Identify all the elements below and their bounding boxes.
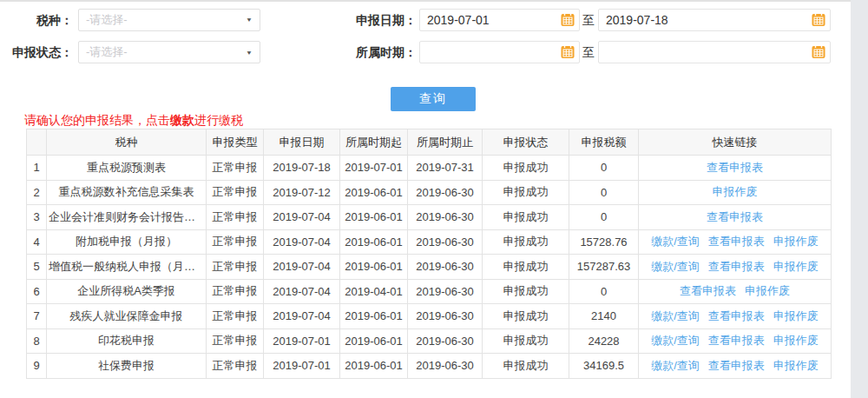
table-row: 1重点税源预测表正常申报2019-07-182019-07-012019-07-… (27, 156, 832, 181)
tax-name: 附加税申报（月报） (47, 229, 207, 255)
col-quick-links: 快速链接 (639, 129, 832, 156)
period-start: 2019-06-01 (340, 229, 408, 255)
declare-status: 申报成功 (483, 156, 569, 181)
void-return-link[interactable]: 申报作废 (773, 260, 819, 273)
table-header: 税种申报类型申报日期所属时期起所属时期止申报状态申报税额快速链接 (27, 129, 832, 156)
declare-type: 正常申报 (207, 180, 264, 205)
pay-query-link[interactable]: 缴款/查询 (651, 334, 700, 347)
col-tax-type: 税种 (47, 129, 207, 156)
calendar-icon[interactable] (561, 45, 575, 59)
void-return-link[interactable]: 申报作废 (773, 309, 819, 322)
view-return-link[interactable]: 查看申报表 (708, 359, 765, 372)
quick-links-cell: 缴款/查询查看申报表申报作废 (639, 229, 832, 255)
tax-amount: 157287.63 (569, 255, 639, 280)
calendar-icon[interactable] (812, 45, 825, 59)
period-to-input[interactable] (606, 45, 812, 59)
void-return-link[interactable]: 申报作废 (713, 185, 758, 198)
table-row: 2重点税源数补充信息采集表正常申报2019-07-122019-06-01201… (27, 180, 832, 205)
view-return-link[interactable]: 查看申报表 (680, 284, 736, 297)
declare-status-select[interactable]: -请选择- ▼ (78, 41, 260, 63)
view-return-link[interactable]: 查看申报表 (708, 260, 765, 273)
declare-date: 2019-07-12 (264, 180, 340, 205)
calendar-icon[interactable] (561, 13, 575, 27)
tax-name: 企业会计准则财务会计报告报... (47, 205, 207, 230)
warning-prefix: 请确认您的申报结果，点击 (24, 113, 170, 127)
void-return-link[interactable]: 申报作废 (745, 284, 790, 297)
view-return-link[interactable]: 查看申报表 (708, 309, 765, 322)
quick-links-cell: 缴款/查询查看申报表申报作废 (639, 255, 832, 280)
declare-type: 正常申报 (207, 328, 264, 354)
view-return-link[interactable]: 查看申报表 (708, 235, 765, 248)
tax-amount: 0 (569, 205, 639, 230)
pay-query-link[interactable]: 缴款/查询 (651, 309, 700, 322)
quick-links-cell: 缴款/查询查看申报表申报作废 (639, 304, 832, 329)
declare-date-from-input[interactable] (427, 13, 561, 27)
declare-status: 申报成功 (483, 205, 569, 230)
pay-query-link[interactable]: 缴款/查询 (651, 235, 700, 248)
view-return-link[interactable]: 查看申报表 (707, 210, 763, 223)
period-end: 2019-06-30 (408, 180, 483, 205)
pay-query-link[interactable]: 缴款/查询 (651, 359, 700, 372)
col-declare-status: 申报状态 (483, 129, 569, 156)
row-number: 2 (27, 180, 47, 205)
col-tax-amount: 申报税额 (569, 129, 639, 156)
tax-amount: 24228 (569, 328, 639, 354)
declare-date: 2019-07-01 (264, 354, 340, 379)
void-return-link[interactable]: 申报作废 (773, 334, 819, 347)
warning-suffix: 进行缴税 (194, 113, 243, 127)
period-start: 2019-06-01 (340, 328, 408, 354)
query-button[interactable]: 查询 (391, 87, 476, 111)
tax-amount: 2140 (569, 304, 639, 329)
tax-type-label: 税种： (0, 9, 73, 31)
tax-type-select[interactable]: -请选择- ▼ (78, 9, 260, 31)
tax-name: 残疾人就业保障金申报 (47, 304, 207, 329)
tax-amount: 34169.5 (569, 354, 639, 379)
tax-name: 印花税申报 (47, 328, 207, 354)
period-from-input[interactable] (427, 45, 561, 59)
tax-amount: 0 (569, 180, 639, 205)
table-row: 4附加税申报（月报）正常申报2019-07-042019-06-012019-0… (27, 229, 832, 255)
period-end: 2019-06-30 (408, 205, 483, 230)
declare-date-to-input[interactable] (606, 13, 812, 27)
pay-query-link[interactable]: 缴款/查询 (651, 260, 700, 273)
declare-type: 正常申报 (207, 205, 264, 230)
tax-name: 重点税源数补充信息采集表 (47, 180, 207, 205)
period-start: 2019-06-01 (340, 304, 408, 329)
declare-type: 正常申报 (207, 279, 264, 304)
declare-status: 申报成功 (483, 180, 569, 205)
void-return-link[interactable]: 申报作废 (773, 235, 819, 248)
declare-date-to-wrap (598, 9, 831, 31)
table-row: 7残疾人就业保障金申报正常申报2019-07-042019-06-012019-… (27, 304, 832, 329)
col-period-start: 所属时期起 (340, 129, 408, 156)
col-period-end: 所属时期止 (408, 129, 483, 156)
row-number: 4 (27, 229, 47, 255)
tax-amount: 0 (569, 156, 639, 181)
period-end: 2019-06-30 (408, 279, 483, 304)
view-return-link[interactable]: 查看申报表 (707, 161, 763, 174)
declare-status: 申报成功 (483, 328, 569, 354)
period-label: 所属时期： (330, 41, 417, 63)
void-return-link[interactable]: 申报作废 (773, 359, 819, 372)
period-start: 2019-06-01 (340, 354, 408, 379)
top-divider (0, 0, 868, 2)
declaration-results-table: 税种申报类型申报日期所属时期起所属时期止申报状态申报税额快速链接 1重点税源预测… (26, 129, 832, 379)
table-row: 9社保费申报正常申报2019-07-012019-06-012019-06-30… (27, 354, 832, 379)
declare-status: 申报成功 (483, 354, 569, 379)
declare-type: 正常申报 (207, 156, 264, 181)
period-to-word: 至 (582, 41, 595, 63)
period-end: 2019-06-30 (408, 255, 483, 280)
calendar-icon[interactable] (812, 13, 825, 27)
chevron-down-icon: ▼ (246, 17, 253, 23)
declare-date-from-wrap (419, 9, 580, 31)
table-header-row: 税种申报类型申报日期所属时期起所属时期止申报状态申报税额快速链接 (27, 129, 832, 156)
chevron-down-icon: ▼ (246, 49, 253, 55)
declare-type: 正常申报 (207, 354, 264, 379)
quick-links-cell: 查看申报表申报作废 (639, 279, 832, 304)
declare-date: 2019-07-04 (264, 304, 340, 329)
warning-bold: 缴款 (170, 113, 194, 127)
quick-links-cell: 缴款/查询查看申报表申报作废 (639, 328, 832, 354)
tax-type-placeholder: -请选择- (86, 12, 246, 28)
table-row: 8印花税申报正常申报2019-07-012019-06-012019-06-30… (27, 328, 832, 354)
quick-links-cell: 查看申报表 (639, 156, 832, 181)
view-return-link[interactable]: 查看申报表 (708, 334, 765, 347)
